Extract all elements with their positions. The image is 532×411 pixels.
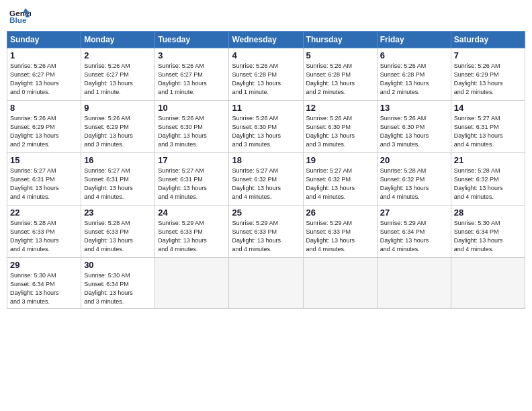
day-info: Sunrise: 5:27 AMSunset: 6:31 PMDaylight:… <box>10 167 78 201</box>
calendar-day-cell: 11Sunrise: 5:26 AMSunset: 6:30 PMDayligh… <box>229 101 303 153</box>
calendar-day-cell: 28Sunrise: 5:30 AMSunset: 6:34 PMDayligh… <box>451 205 525 258</box>
calendar-day-cell: 6Sunrise: 5:26 AMSunset: 6:28 PMDaylight… <box>377 48 451 101</box>
calendar-day-cell: 29Sunrise: 5:30 AMSunset: 6:34 PMDayligh… <box>7 258 81 309</box>
day-number: 19 <box>306 155 374 165</box>
calendar-day-cell <box>451 258 525 309</box>
calendar-week-row: 22Sunrise: 5:28 AMSunset: 6:33 PMDayligh… <box>7 205 525 258</box>
day-info: Sunrise: 5:28 AMSunset: 6:32 PMDaylight:… <box>454 167 522 201</box>
weekday-header-sunday: Sunday <box>7 32 81 48</box>
day-number: 7 <box>454 50 522 60</box>
day-info: Sunrise: 5:29 AMSunset: 6:33 PMDaylight:… <box>158 219 226 254</box>
day-info: Sunrise: 5:27 AMSunset: 6:31 PMDaylight:… <box>84 167 152 201</box>
calendar-day-cell: 1Sunrise: 5:26 AMSunset: 6:27 PMDaylight… <box>7 48 81 101</box>
day-number: 11 <box>232 103 300 113</box>
day-number: 21 <box>454 155 522 165</box>
day-number: 1 <box>10 50 78 60</box>
calendar-day-cell: 8Sunrise: 5:26 AMSunset: 6:29 PMDaylight… <box>7 101 81 153</box>
day-number: 8 <box>10 103 78 113</box>
calendar-week-row: 8Sunrise: 5:26 AMSunset: 6:29 PMDaylight… <box>7 101 525 153</box>
day-info: Sunrise: 5:26 AMSunset: 6:28 PMDaylight:… <box>232 62 300 97</box>
day-number: 12 <box>306 103 374 113</box>
day-number: 2 <box>84 50 152 60</box>
day-info: Sunrise: 5:30 AMSunset: 6:34 PMDaylight:… <box>454 219 522 254</box>
day-info: Sunrise: 5:26 AMSunset: 6:27 PMDaylight:… <box>10 62 78 97</box>
day-info: Sunrise: 5:29 AMSunset: 6:34 PMDaylight:… <box>380 219 448 254</box>
day-info: Sunrise: 5:26 AMSunset: 6:30 PMDaylight:… <box>232 114 300 149</box>
day-info: Sunrise: 5:26 AMSunset: 6:30 PMDaylight:… <box>306 114 374 149</box>
weekday-header-tuesday: Tuesday <box>155 32 229 48</box>
calendar-day-cell: 30Sunrise: 5:30 AMSunset: 6:34 PMDayligh… <box>81 258 155 309</box>
day-number: 30 <box>84 260 152 270</box>
calendar-day-cell: 9Sunrise: 5:26 AMSunset: 6:29 PMDaylight… <box>81 101 155 153</box>
calendar-week-row: 1Sunrise: 5:26 AMSunset: 6:27 PMDaylight… <box>7 48 525 101</box>
day-number: 14 <box>454 103 522 113</box>
day-number: 29 <box>10 260 78 270</box>
calendar-day-cell: 27Sunrise: 5:29 AMSunset: 6:34 PMDayligh… <box>377 205 451 258</box>
logo: General Blue <box>9 7 34 26</box>
day-info: Sunrise: 5:26 AMSunset: 6:27 PMDaylight:… <box>158 62 226 97</box>
day-number: 26 <box>306 208 374 218</box>
day-info: Sunrise: 5:26 AMSunset: 6:30 PMDaylight:… <box>158 114 226 149</box>
day-number: 25 <box>232 208 300 218</box>
day-number: 16 <box>84 155 152 165</box>
calendar-day-cell: 15Sunrise: 5:27 AMSunset: 6:31 PMDayligh… <box>7 153 81 205</box>
calendar-day-cell: 7Sunrise: 5:26 AMSunset: 6:29 PMDaylight… <box>451 48 525 101</box>
day-number: 6 <box>380 50 448 60</box>
calendar-day-cell: 16Sunrise: 5:27 AMSunset: 6:31 PMDayligh… <box>81 153 155 205</box>
day-info: Sunrise: 5:29 AMSunset: 6:33 PMDaylight:… <box>232 219 300 254</box>
day-number: 27 <box>380 208 448 218</box>
day-number: 23 <box>84 208 152 218</box>
calendar-day-cell <box>155 258 229 309</box>
calendar-day-cell: 22Sunrise: 5:28 AMSunset: 6:33 PMDayligh… <box>7 205 81 258</box>
day-info: Sunrise: 5:26 AMSunset: 6:28 PMDaylight:… <box>380 62 448 97</box>
day-number: 24 <box>158 208 226 218</box>
day-info: Sunrise: 5:27 AMSunset: 6:31 PMDaylight:… <box>454 114 522 149</box>
calendar-day-cell: 12Sunrise: 5:26 AMSunset: 6:30 PMDayligh… <box>303 101 377 153</box>
calendar-day-cell: 25Sunrise: 5:29 AMSunset: 6:33 PMDayligh… <box>229 205 303 258</box>
page-header: General Blue <box>7 7 525 26</box>
day-info: Sunrise: 5:28 AMSunset: 6:32 PMDaylight:… <box>380 167 448 201</box>
day-info: Sunrise: 5:26 AMSunset: 6:29 PMDaylight:… <box>454 62 522 97</box>
calendar-day-cell: 3Sunrise: 5:26 AMSunset: 6:27 PMDaylight… <box>155 48 229 101</box>
day-number: 3 <box>158 50 226 60</box>
day-number: 28 <box>454 208 522 218</box>
calendar-day-cell: 17Sunrise: 5:27 AMSunset: 6:31 PMDayligh… <box>155 153 229 205</box>
calendar-day-cell <box>229 258 303 309</box>
svg-text:Blue: Blue <box>9 15 27 24</box>
day-info: Sunrise: 5:26 AMSunset: 6:27 PMDaylight:… <box>84 62 152 97</box>
day-number: 22 <box>10 208 78 218</box>
calendar-day-cell: 19Sunrise: 5:27 AMSunset: 6:32 PMDayligh… <box>303 153 377 205</box>
day-info: Sunrise: 5:28 AMSunset: 6:33 PMDaylight:… <box>10 219 78 254</box>
calendar-body: 1Sunrise: 5:26 AMSunset: 6:27 PMDaylight… <box>7 48 525 309</box>
calendar-day-cell <box>303 258 377 309</box>
day-number: 9 <box>84 103 152 113</box>
day-info: Sunrise: 5:30 AMSunset: 6:34 PMDaylight:… <box>10 271 78 306</box>
calendar-week-row: 15Sunrise: 5:27 AMSunset: 6:31 PMDayligh… <box>7 153 525 205</box>
weekday-header-friday: Friday <box>377 32 451 48</box>
calendar-day-cell: 24Sunrise: 5:29 AMSunset: 6:33 PMDayligh… <box>155 205 229 258</box>
day-info: Sunrise: 5:26 AMSunset: 6:29 PMDaylight:… <box>10 114 78 149</box>
day-info: Sunrise: 5:27 AMSunset: 6:31 PMDaylight:… <box>158 167 226 201</box>
day-info: Sunrise: 5:30 AMSunset: 6:34 PMDaylight:… <box>84 271 152 306</box>
calendar-table: SundayMondayTuesdayWednesdayThursdayFrid… <box>7 31 525 309</box>
day-number: 20 <box>380 155 448 165</box>
calendar-day-cell: 23Sunrise: 5:28 AMSunset: 6:33 PMDayligh… <box>81 205 155 258</box>
calendar-day-cell: 18Sunrise: 5:27 AMSunset: 6:32 PMDayligh… <box>229 153 303 205</box>
day-info: Sunrise: 5:26 AMSunset: 6:30 PMDaylight:… <box>380 114 448 149</box>
day-info: Sunrise: 5:27 AMSunset: 6:32 PMDaylight:… <box>232 167 300 201</box>
weekday-header-saturday: Saturday <box>451 32 525 48</box>
calendar-day-cell: 14Sunrise: 5:27 AMSunset: 6:31 PMDayligh… <box>451 101 525 153</box>
calendar-day-cell: 13Sunrise: 5:26 AMSunset: 6:30 PMDayligh… <box>377 101 451 153</box>
calendar-day-cell: 26Sunrise: 5:29 AMSunset: 6:33 PMDayligh… <box>303 205 377 258</box>
calendar-day-cell: 4Sunrise: 5:26 AMSunset: 6:28 PMDaylight… <box>229 48 303 101</box>
weekday-header-monday: Monday <box>81 32 155 48</box>
calendar-day-cell: 5Sunrise: 5:26 AMSunset: 6:28 PMDaylight… <box>303 48 377 101</box>
calendar-day-cell <box>377 258 451 309</box>
day-number: 13 <box>380 103 448 113</box>
day-info: Sunrise: 5:26 AMSunset: 6:28 PMDaylight:… <box>306 62 374 97</box>
calendar-day-cell: 21Sunrise: 5:28 AMSunset: 6:32 PMDayligh… <box>451 153 525 205</box>
logo-icon: General Blue <box>9 7 31 26</box>
day-info: Sunrise: 5:27 AMSunset: 6:32 PMDaylight:… <box>306 167 374 201</box>
day-number: 10 <box>158 103 226 113</box>
day-number: 18 <box>232 155 300 165</box>
